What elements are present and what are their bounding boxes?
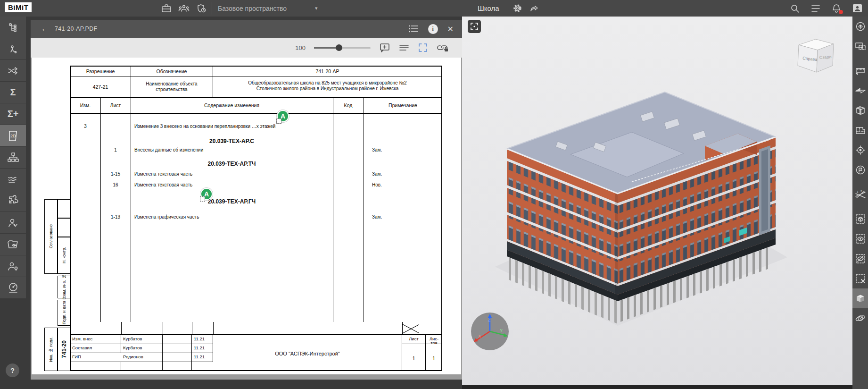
shuffle-icon xyxy=(7,66,19,76)
notifications-bell-icon[interactable] xyxy=(832,4,841,13)
tb-date: 11.21 xyxy=(192,335,213,344)
sidebar-item-org-chart[interactable] xyxy=(0,147,26,168)
grid-axes-icon: 12 xyxy=(855,190,866,199)
workspace-dropdown[interactable]: Базовое пространство ▾ xyxy=(218,0,318,17)
axis-gizmo[interactable]: Z X Y xyxy=(469,310,511,353)
change-sheet: 1 xyxy=(100,147,131,152)
sidebar-item-gauge[interactable] xyxy=(0,277,26,298)
close-icon[interactable]: ✕ xyxy=(447,25,454,34)
shield-clock-icon[interactable] xyxy=(196,4,207,13)
sidebar-item-node-link[interactable] xyxy=(0,38,26,59)
topbar-separator xyxy=(212,2,212,15)
profile-icon[interactable] xyxy=(852,4,862,13)
sidebar-item-sigma-plus[interactable]: Σ+ xyxy=(0,103,26,125)
tool-clear-selection[interactable] xyxy=(852,269,868,288)
axis-x-label: X xyxy=(478,334,481,338)
link-lock-icon[interactable] xyxy=(437,43,449,52)
briefcase-icon[interactable] xyxy=(161,4,172,13)
tb-role: Составил xyxy=(70,344,121,353)
gear-icon[interactable] xyxy=(513,4,522,13)
model-viewport[interactable]: Справа Сзади Z X Y xyxy=(462,17,852,385)
side-label-vzam: Взам. инв. № xyxy=(58,276,70,298)
pdf-viewer-panel: ← 741-20-AP.PDF i ✕ 100 xyxy=(31,20,462,380)
fullscreen-icon[interactable] xyxy=(418,42,428,53)
tool-section-box[interactable] xyxy=(852,101,868,120)
change-doc-code: 20.039-ТЕХ-АР.ТЧ xyxy=(131,161,333,167)
axis-y-label: Y xyxy=(500,328,503,333)
change-text: Изменена графическая часть xyxy=(134,214,199,220)
sidebar-item-structure-tree[interactable] xyxy=(0,17,26,38)
change-note: Зам. xyxy=(372,147,382,152)
annotation-marker[interactable]: A xyxy=(277,110,289,122)
tool-floor-plan[interactable] xyxy=(852,120,868,140)
company-name: ООО "АСПЭК-Интерстрой" xyxy=(213,335,402,371)
search-icon[interactable] xyxy=(790,4,800,13)
tool-tree-view[interactable] xyxy=(852,17,868,36)
tb-date: 11.21 xyxy=(192,353,213,362)
bimit-app: BiMiT Базовое пространство ▾ Школа xyxy=(0,0,868,389)
title-block-band xyxy=(70,322,442,335)
tool-show-selection[interactable] xyxy=(852,229,868,249)
change-sheet: 16 xyxy=(100,182,131,187)
team-icon[interactable] xyxy=(178,4,190,13)
side-label-ncontrol: Н. контр. xyxy=(58,237,70,274)
sidebar-item-user-location[interactable] xyxy=(0,255,26,277)
sidebar-item-folder-return[interactable] xyxy=(0,234,26,255)
annotations-list-icon[interactable] xyxy=(408,25,419,33)
share-icon[interactable] xyxy=(529,4,539,13)
sigma-icon: Σ xyxy=(10,87,16,98)
comment-add-icon[interactable] xyxy=(379,42,390,53)
node-link-icon xyxy=(8,43,19,55)
gauge-icon xyxy=(7,282,19,294)
sidebar-item-puzzle[interactable] xyxy=(0,190,26,211)
viewport-bottom-bar xyxy=(462,385,868,389)
tool-rotate-view[interactable] xyxy=(852,308,868,328)
isolate-selection-icon xyxy=(855,214,866,224)
annotation-lines-icon[interactable] xyxy=(399,44,409,51)
change-row: 20.039-ТЕХ-АР.ТЧ xyxy=(70,161,442,167)
notification-badge xyxy=(839,10,843,14)
axis-z-label: Z xyxy=(488,318,491,322)
change-izm: 3 xyxy=(70,124,100,129)
help-button[interactable]: ? xyxy=(6,364,19,377)
tool-grid-axes[interactable]: 12 xyxy=(852,185,868,204)
hdr-designation: Обозначение xyxy=(131,68,213,74)
info-icon[interactable]: i xyxy=(428,24,438,34)
tool-focus-target[interactable] xyxy=(852,140,868,160)
sidebar-item-trend-lines[interactable] xyxy=(0,169,26,190)
zoom-slider[interactable] xyxy=(314,47,371,49)
change-note: Зам. xyxy=(372,171,382,177)
focus-frame-button[interactable] xyxy=(468,20,481,33)
rotate-view-icon xyxy=(855,313,866,323)
zoom-slider-thumb[interactable] xyxy=(336,44,342,51)
zoom-value: 100 xyxy=(295,44,306,51)
sidebar-item-2d-sheet[interactable]: 2D xyxy=(0,125,26,146)
tb-empty xyxy=(121,362,163,371)
tool-hide-selection[interactable] xyxy=(852,249,868,269)
org-chart-icon xyxy=(7,152,19,163)
tool-flag[interactable] xyxy=(852,160,868,180)
view-cube[interactable]: Справа Сзади xyxy=(792,34,839,79)
tool-shaded-view[interactable] xyxy=(852,288,868,308)
bimit-logo[interactable]: BiMiT xyxy=(5,2,32,12)
tool-viewports[interactable] xyxy=(852,36,868,56)
back-arrow-icon[interactable]: ← xyxy=(41,24,49,34)
sidebar-item-shuffle[interactable] xyxy=(0,60,26,81)
annotation-marker[interactable]: A xyxy=(200,188,213,200)
side-label-inv: Инв. № подл. xyxy=(44,328,58,371)
show-selection-icon xyxy=(855,234,866,244)
school-building-model[interactable] xyxy=(490,87,792,352)
tool-isolate-selection[interactable] xyxy=(852,209,868,229)
change-text: Изменена текстовая часть xyxy=(134,182,192,187)
pdf-document-area[interactable]: Разрешение Обозначение 741-20-АР 427-21 … xyxy=(31,58,462,380)
tb-empty xyxy=(192,362,213,371)
sheet-value: 1 xyxy=(402,344,426,371)
focus-target-icon xyxy=(855,145,866,155)
sidebar-item-user-check[interactable] xyxy=(0,212,26,233)
sidebar-item-sigma[interactable]: Σ xyxy=(0,82,26,103)
floor-plan-icon xyxy=(855,126,866,135)
menu-list-icon[interactable] xyxy=(811,5,820,12)
clear-selection-icon xyxy=(855,273,866,284)
tool-section-flip[interactable] xyxy=(852,81,868,101)
tool-measure[interactable] xyxy=(852,61,868,81)
